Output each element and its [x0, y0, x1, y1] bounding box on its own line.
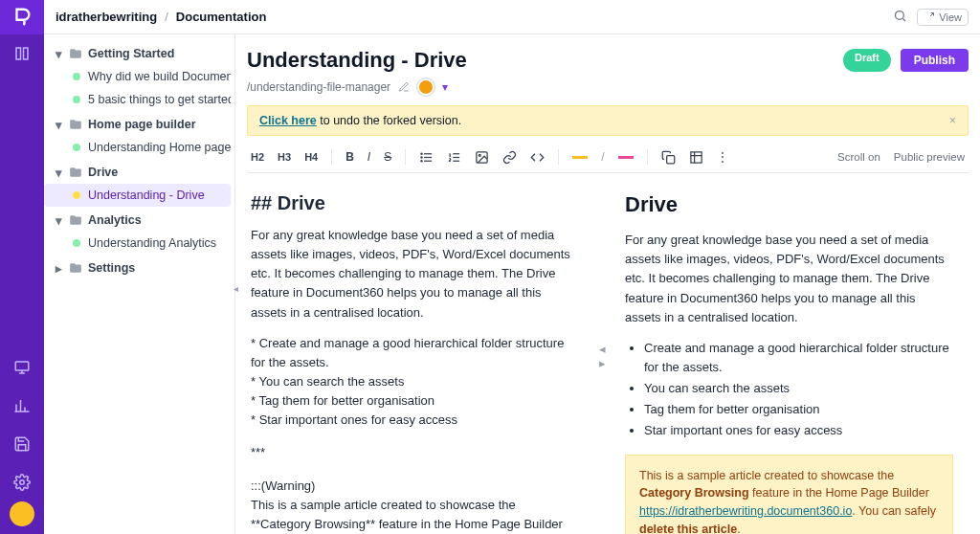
- left-rail: [0, 0, 44, 534]
- sidebar-group-label: Drive: [88, 166, 118, 179]
- chevron-down-icon: ▾: [54, 167, 63, 177]
- bold-button[interactable]: B: [345, 150, 354, 164]
- editor-bullet: * Create and manage a good hierarchical …: [251, 334, 579, 372]
- chevron-right-icon: ▸: [599, 356, 606, 370]
- italic-button[interactable]: I: [368, 150, 370, 164]
- chevron-down-icon[interactable]: ▾: [442, 80, 448, 94]
- more-button[interactable]: ⋮: [717, 150, 728, 164]
- chevron-right-icon: ▸: [54, 263, 63, 273]
- bullet-list-button[interactable]: [419, 150, 434, 165]
- preview-heading: Drive: [625, 189, 953, 221]
- status-dot-icon: [73, 239, 80, 247]
- sidebar-item[interactable]: Understanding Home page bu…: [44, 136, 231, 159]
- scroll-toggle[interactable]: Scroll on: [837, 151, 880, 163]
- folder-icon: [69, 118, 82, 131]
- code-button[interactable]: [530, 150, 545, 165]
- preview-warning-link[interactable]: https://idratherbewriting.document360.io: [639, 504, 852, 518]
- image-button[interactable]: [475, 150, 489, 165]
- view-button[interactable]: View: [917, 9, 969, 26]
- sidebar-item[interactable]: 5 basic things to get started: [44, 88, 231, 111]
- highlight-clear-button[interactable]: /: [601, 150, 604, 164]
- split-handle[interactable]: ◂ ▸: [594, 177, 610, 534]
- author-avatar[interactable]: [417, 78, 434, 96]
- undo-link[interactable]: Click here: [259, 114, 317, 127]
- editor-warning-line: This is a sample article created to show…: [251, 496, 579, 534]
- editor-toolbar: H2 H3 H4 B I S /: [247, 142, 969, 173]
- link-button[interactable]: [502, 150, 517, 165]
- public-preview-link[interactable]: Public preview: [894, 151, 965, 163]
- preview-list-item: Star important ones for easy access: [644, 421, 953, 440]
- folder-icon: [69, 261, 82, 275]
- app-logo[interactable]: [0, 0, 44, 34]
- numbered-list-button[interactable]: [447, 150, 461, 165]
- breadcrumb-section[interactable]: Documentation: [176, 10, 267, 24]
- rail-user-avatar[interactable]: [10, 501, 34, 526]
- sidebar-item-label: Understanding - Drive: [88, 189, 205, 202]
- sidebar-item[interactable]: Why did we build Document3…: [44, 65, 231, 88]
- rail-docs-icon[interactable]: [0, 34, 44, 73]
- topbar: idratherbewriting / Documentation View: [44, 0, 980, 34]
- sidebar-collapse-handle[interactable]: ◂: [234, 283, 238, 294]
- chevron-down-icon: ▾: [54, 120, 63, 129]
- status-badge[interactable]: Draft: [843, 49, 891, 72]
- page-slug: /understanding-file-manager: [247, 80, 390, 94]
- svg-point-7: [421, 156, 422, 157]
- sidebar-item[interactable]: Understanding Analytics: [44, 232, 231, 255]
- chevron-left-icon: ◂: [599, 342, 606, 356]
- undo-banner: Click here to undo the forked version. ×: [247, 105, 969, 136]
- folder-icon: [69, 166, 82, 179]
- sidebar-group-settings[interactable]: ▸ Settings: [44, 256, 231, 279]
- preview-warning-callout: This is a sample article created to show…: [625, 455, 953, 535]
- rail-settings-icon[interactable]: [0, 463, 44, 501]
- editor-warning-open: :::(Warning): [251, 477, 579, 496]
- svg-rect-15: [690, 151, 701, 162]
- sidebar-group-getting-started[interactable]: ▾ Getting Started: [44, 42, 231, 65]
- highlight-pink-button[interactable]: [618, 156, 634, 159]
- page-title: Understanding - Drive: [247, 48, 467, 73]
- h2-button[interactable]: H2: [251, 151, 264, 163]
- sidebar-item-label: 5 basic things to get started: [88, 93, 231, 106]
- highlight-yellow-button[interactable]: [572, 156, 588, 159]
- sidebar-group-analytics[interactable]: ▾ Analytics: [44, 209, 231, 232]
- svg-point-2: [896, 11, 904, 19]
- search-icon[interactable]: [893, 9, 907, 26]
- undo-text: to undo the forked version.: [317, 114, 461, 127]
- sidebar-group-label: Getting Started: [88, 47, 174, 60]
- editor-bullet: * You can search the assets: [251, 372, 579, 391]
- strike-button[interactable]: S: [384, 150, 391, 164]
- rail-save-icon[interactable]: [0, 425, 44, 463]
- sidebar-group-drive[interactable]: ▾ Drive: [44, 161, 231, 184]
- sidebar-item-label: Why did we build Document3…: [88, 70, 231, 83]
- markdown-editor[interactable]: ## Drive For any great knowledge base yo…: [247, 177, 594, 534]
- status-dot-icon: [73, 191, 80, 199]
- view-label: View: [939, 11, 962, 23]
- publish-button[interactable]: Publish: [901, 49, 969, 72]
- preview-paragraph: For any great knowledge base you need a …: [625, 231, 953, 327]
- editor-paragraph: For any great knowledge base you need a …: [251, 226, 579, 323]
- svg-point-8: [421, 160, 422, 161]
- h4-button[interactable]: H4: [304, 151, 318, 163]
- folder-icon: [69, 47, 82, 60]
- chevron-down-icon: ▾: [54, 49, 63, 58]
- sidebar-item-label: Understanding Home page bu…: [88, 141, 231, 154]
- edit-slug-icon[interactable]: [398, 81, 410, 93]
- breadcrumb-separator: /: [165, 10, 168, 24]
- svg-point-6: [421, 153, 422, 154]
- sidebar-group-label: Home page builder: [88, 118, 196, 131]
- preview-list-item: Create and manage a good hierarchical fo…: [644, 339, 953, 377]
- sidebar-item-active[interactable]: Understanding - Drive: [44, 184, 231, 207]
- copy-button[interactable]: [661, 150, 676, 165]
- sidebar-item-label: Understanding Analytics: [88, 236, 216, 250]
- rail-monitor-icon[interactable]: [0, 348, 44, 387]
- folder-icon: [69, 213, 82, 227]
- breadcrumb-workspace[interactable]: idratherbewriting: [56, 10, 157, 24]
- table-button[interactable]: [689, 150, 703, 165]
- sidebar: ▾ Getting Started Why did we build Docum…: [44, 34, 235, 534]
- preview-list-item: Tag them for better organisation: [644, 400, 953, 419]
- h3-button[interactable]: H3: [278, 151, 291, 163]
- sidebar-group-home-page-builder[interactable]: ▾ Home page builder: [44, 113, 231, 136]
- rail-analytics-icon[interactable]: [0, 387, 44, 425]
- editor-hr: ***: [251, 443, 579, 462]
- sidebar-group-label: Settings: [88, 261, 135, 275]
- close-icon[interactable]: ×: [949, 114, 956, 127]
